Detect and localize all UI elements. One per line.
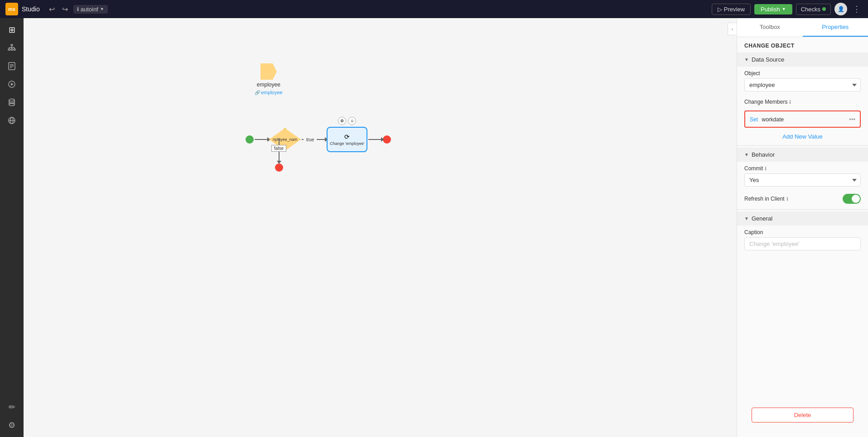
change-members-box: Set workdate ••• (744, 110, 861, 128)
member-item[interactable]: Set workdate ••• (747, 113, 858, 125)
redo-button[interactable]: ↪ (60, 4, 70, 14)
employee-shape (260, 63, 277, 80)
false-vertical-line-1 (279, 138, 280, 145)
toggle-knob (852, 195, 860, 203)
publish-button[interactable]: Publish ▼ (754, 4, 792, 14)
flow-diagram: nployee_nam true ⚙ ☺ ⟳ Change 'employee' (246, 127, 391, 152)
member-set-label: Set (750, 116, 758, 123)
employee-node-label: employee (257, 82, 280, 88)
svg-rect-2 (11, 49, 13, 50)
sidebar-icon-page[interactable] (4, 58, 20, 74)
app-title: Studio (22, 5, 40, 13)
divider-2 (737, 209, 868, 210)
delete-button[interactable]: Delete (752, 408, 854, 423)
commit-field: Commit ℹ Yes (737, 162, 868, 190)
canvas-area[interactable]: › employee 🔗 employee nployee_nam (24, 18, 737, 437)
sidebar-icon-brush[interactable]: ✏ (4, 399, 20, 415)
sidebar-icon-play[interactable] (4, 76, 20, 92)
dropdown-icon: ▼ (100, 7, 104, 11)
add-new-value-button[interactable]: Add New Value (737, 130, 868, 144)
false-end-node (275, 163, 283, 172)
tab-properties[interactable]: Properties (803, 18, 868, 37)
object-select[interactable]: employee (744, 78, 861, 91)
svg-point-15 (9, 99, 14, 101)
autoinf-selector[interactable]: ℹ autoinf ▼ (73, 5, 108, 14)
svg-rect-0 (11, 44, 13, 46)
member-name-label: workdate (762, 116, 784, 123)
svg-rect-1 (8, 49, 10, 50)
flow-arrow-2 (302, 139, 304, 140)
sidebar-icon-hierarchy[interactable] (4, 40, 20, 56)
checks-button[interactable]: Checks (796, 4, 831, 15)
tab-toolbox[interactable]: Toolbox (737, 18, 803, 37)
preview-button[interactable]: ▷ Preview (712, 4, 751, 15)
sidebar-icon-settings[interactable]: ⚙ (4, 417, 20, 433)
right-panel: Toolbox Properties CHANGE OBJECT ▼ Data … (737, 18, 868, 437)
change-members-info-icon[interactable]: ℹ (789, 99, 791, 105)
check-status-dot (822, 7, 826, 11)
refresh-field: Refresh in Client ℹ (737, 190, 868, 207)
general-header[interactable]: ▼ General (737, 211, 868, 226)
member-edit-icon[interactable]: ••• (849, 116, 855, 123)
false-vertical-line-2 (279, 152, 280, 162)
caption-label: Caption (744, 229, 861, 235)
panel-spacer (737, 254, 868, 404)
employee-node-link[interactable]: 🔗 employee (255, 90, 283, 95)
logo: mx (5, 3, 18, 15)
sidebar-icon-globe[interactable] (4, 112, 20, 129)
section-title: CHANGE OBJECT (737, 37, 868, 53)
chevron-icon: ▼ (744, 57, 749, 62)
panel-tabs: Toolbox Properties (737, 18, 868, 37)
divider-1 (737, 145, 868, 146)
topbar: mx Studio ↩ ↪ ℹ autoinf ▼ ▷ Preview Publ… (0, 0, 868, 18)
false-label: false (271, 145, 286, 152)
refresh-toggle[interactable] (843, 194, 861, 204)
refresh-label: Refresh in Client ℹ (744, 196, 788, 202)
svg-point-18 (9, 104, 14, 106)
flow-arrow-1 (255, 139, 268, 140)
commit-info-icon[interactable]: ℹ (765, 166, 767, 172)
delete-section: Delete (737, 404, 868, 437)
object-label: Object (744, 70, 861, 77)
employee-top-node: employee 🔗 employee (255, 63, 283, 95)
commit-label: Commit ℹ (744, 165, 861, 172)
flow-settings-icon[interactable]: ⚙ (338, 117, 346, 125)
panel-toggle[interactable]: › (728, 23, 737, 35)
change-employee-box[interactable]: ⚙ ☺ ⟳ Change 'employee' (327, 127, 367, 152)
link-icon: 🔗 (255, 90, 260, 95)
caption-input[interactable] (744, 237, 861, 250)
change-members-label: Change Members ℹ (744, 99, 861, 105)
svg-rect-3 (14, 49, 15, 50)
flow-face-icon[interactable]: ☺ (348, 117, 356, 125)
behavior-header[interactable]: ▼ Behavior (737, 148, 868, 162)
general-chevron-icon: ▼ (744, 216, 749, 221)
flow-start-node (246, 135, 254, 144)
change-icon: ⟳ (344, 133, 350, 140)
true-label: true (306, 137, 314, 142)
behavior-chevron-icon: ▼ (744, 152, 749, 157)
undo-button[interactable]: ↩ (47, 4, 57, 14)
svg-marker-14 (11, 83, 14, 86)
left-sidebar: ⊞ (0, 18, 24, 437)
flow-arrow-4 (368, 139, 382, 140)
sidebar-icon-grid[interactable]: ⊞ (4, 22, 20, 38)
data-source-header[interactable]: ▼ Data Source (737, 53, 868, 67)
change-members-section: Change Members ℹ (737, 95, 868, 109)
commit-select[interactable]: Yes (744, 173, 861, 187)
info-icon: ℹ (77, 6, 79, 12)
refresh-info-icon[interactable]: ℹ (786, 196, 788, 202)
sidebar-icon-database[interactable] (4, 94, 20, 110)
object-field: Object employee (737, 67, 868, 95)
play-icon: ▷ (718, 6, 722, 13)
avatar[interactable]: 👤 (834, 3, 847, 15)
caption-field: Caption (737, 226, 868, 254)
false-branch: false (271, 138, 286, 172)
change-box-text: Change 'employee' (330, 141, 365, 146)
more-menu-icon[interactable]: ⋮ (851, 4, 863, 14)
chevron-down-icon: ▼ (782, 7, 786, 11)
main-layout: ⊞ (0, 18, 868, 437)
flow-arrow-3 (317, 139, 326, 140)
